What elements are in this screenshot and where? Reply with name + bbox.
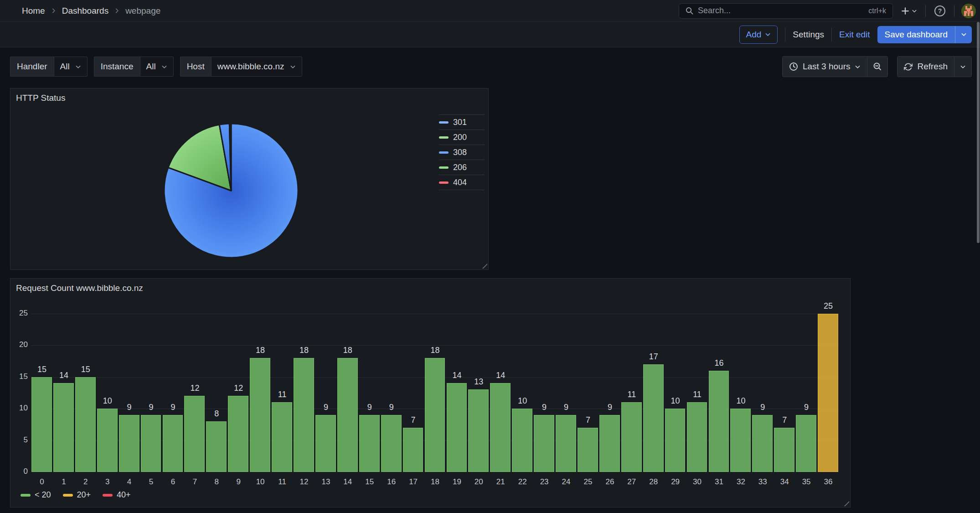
legend-swatch xyxy=(439,166,449,169)
breadcrumb-home[interactable]: Home xyxy=(22,6,45,16)
variable-value-dropdown[interactable]: All xyxy=(54,57,88,77)
variable-label: Instance xyxy=(94,57,140,77)
bar-4 xyxy=(119,415,139,472)
legend-label: 206 xyxy=(453,163,467,172)
refresh-label: Refresh xyxy=(917,62,948,72)
bar-2 xyxy=(75,377,96,472)
help-icon: ? xyxy=(934,5,946,17)
bar-22 xyxy=(512,409,532,472)
bar-27 xyxy=(621,402,642,472)
bar-value-label: 25 xyxy=(815,301,842,311)
bar-35 xyxy=(796,415,816,472)
chevron-down-icon xyxy=(961,31,967,37)
plus-icon xyxy=(901,7,909,15)
variable-host: Hostwww.bibble.co.nz xyxy=(180,57,302,77)
template-variables: HandlerAllInstanceAllHostwww.bibble.co.n… xyxy=(10,57,302,77)
bar-32 xyxy=(730,409,751,472)
chevron-down-icon xyxy=(912,8,917,14)
legend-label: 301 xyxy=(453,118,467,127)
bar-0 xyxy=(31,377,52,472)
chevron-down-icon xyxy=(161,64,167,70)
bar-value-label: 7 xyxy=(574,415,602,425)
grafana-app: Home Dashboards webpage Search... ctrl+k xyxy=(0,0,980,513)
pie-legend: 301200308206404 xyxy=(439,114,485,190)
bar-11 xyxy=(272,402,292,472)
bar-value-label: 14 xyxy=(487,371,514,380)
legend-item-<20[interactable]: < 20 xyxy=(21,490,51,500)
bar-14 xyxy=(337,358,358,472)
time-range-picker[interactable]: Last 3 hours xyxy=(783,57,867,77)
bar-9 xyxy=(228,396,248,472)
legend-item-20+[interactable]: 20+ xyxy=(63,490,91,500)
exit-edit-button[interactable]: Exit edit xyxy=(839,30,870,40)
settings-button[interactable]: Settings xyxy=(793,30,824,40)
bar-value-label: 11 xyxy=(268,390,296,399)
bar-30 xyxy=(687,402,707,472)
variable-value-dropdown[interactable]: All xyxy=(140,57,174,77)
y-axis-tick: 15 xyxy=(10,372,28,381)
bar-7 xyxy=(184,396,205,472)
save-dashboard-button[interactable]: Save dashboard xyxy=(877,26,955,43)
bar-13 xyxy=(315,415,336,472)
y-axis-tick: 20 xyxy=(10,340,28,349)
legend-item-206[interactable]: 206 xyxy=(439,160,485,175)
gridline-y25 xyxy=(31,314,839,314)
legend-swatch xyxy=(103,494,113,497)
add-panel-label: Add xyxy=(746,30,762,40)
divider xyxy=(831,28,832,41)
legend-swatch xyxy=(439,136,449,139)
legend-label: 40+ xyxy=(117,490,131,500)
legend-item-40+[interactable]: 40+ xyxy=(103,490,131,500)
bar-34 xyxy=(774,428,794,472)
variable-label: Host xyxy=(180,57,211,77)
zoom-out-icon xyxy=(873,62,882,71)
search-input[interactable]: Search... ctrl+k xyxy=(679,3,893,19)
search-icon xyxy=(686,7,693,15)
refresh-button[interactable]: Refresh xyxy=(897,57,954,77)
time-range-group: Last 3 hours xyxy=(782,56,888,77)
legend-item-308[interactable]: 308 xyxy=(439,145,485,160)
bar-31 xyxy=(709,371,729,472)
bar-8 xyxy=(206,421,227,472)
user-avatar[interactable] xyxy=(961,3,976,19)
bar-value-label: 9 xyxy=(552,403,580,412)
legend-swatch xyxy=(439,121,449,124)
bar-21 xyxy=(490,383,511,472)
refresh-group: Refresh xyxy=(897,56,972,77)
bar-26 xyxy=(599,415,620,472)
add-new-button[interactable] xyxy=(899,5,919,17)
search-shortcut: ctrl+k xyxy=(868,7,886,15)
chevron-down-icon xyxy=(960,64,966,70)
save-dashboard-caret[interactable] xyxy=(955,26,972,43)
help-button[interactable]: ? xyxy=(932,3,948,19)
y-axis-tick: 0 xyxy=(10,467,28,476)
vertical-scrollbar[interactable] xyxy=(977,22,980,243)
pie-chart xyxy=(158,118,304,264)
breadcrumb-dashboards[interactable]: Dashboards xyxy=(62,6,108,16)
zoom-out-button[interactable] xyxy=(867,57,887,77)
variable-instance: InstanceAll xyxy=(94,57,174,77)
bar-value-label: 11 xyxy=(618,390,645,399)
bar-23 xyxy=(534,415,554,472)
bar-28 xyxy=(643,364,664,472)
refresh-interval-caret[interactable] xyxy=(954,57,971,77)
legend-item-301[interactable]: 301 xyxy=(439,114,485,130)
bar-chart-legend: < 2020+40+ xyxy=(21,490,131,500)
divider xyxy=(785,28,785,41)
panel-resize-handle[interactable] xyxy=(480,262,487,269)
bar-18 xyxy=(425,358,445,472)
save-dashboard-group: Save dashboard xyxy=(877,26,972,43)
bar-value-label: 17 xyxy=(640,352,667,362)
bar-3 xyxy=(97,409,118,472)
variable-value-dropdown[interactable]: www.bibble.co.nz xyxy=(211,57,302,77)
add-panel-button[interactable]: Add xyxy=(739,26,778,44)
bar-12 xyxy=(294,358,314,472)
bar-6 xyxy=(163,415,183,472)
legend-swatch xyxy=(439,151,449,154)
bar-value-label: 18 xyxy=(247,346,274,355)
legend-label: 200 xyxy=(453,133,467,142)
legend-item-404[interactable]: 404 xyxy=(439,175,485,190)
bar-value-label: 18 xyxy=(422,346,449,355)
legend-item-200[interactable]: 200 xyxy=(439,130,485,145)
chevron-down-icon xyxy=(75,64,81,70)
